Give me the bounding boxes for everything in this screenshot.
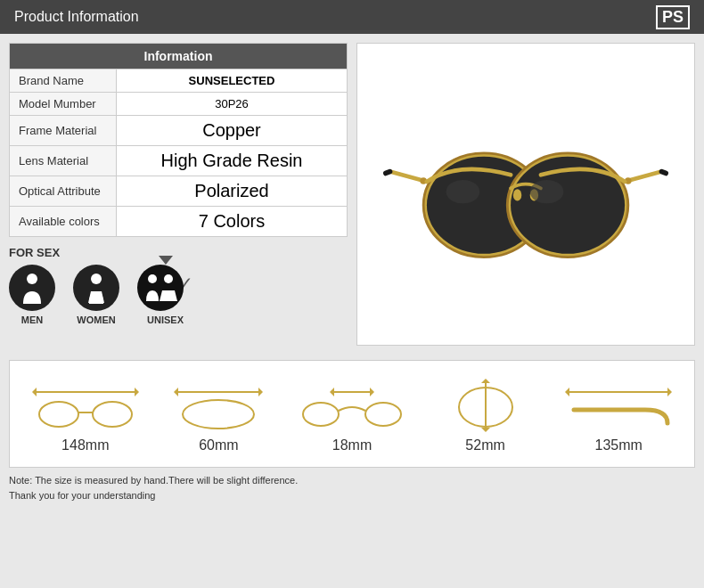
svg-marker-38 <box>565 388 569 396</box>
table-row: Frame MaterialCopper <box>10 116 348 146</box>
table-cell-label: Model Mumber <box>10 93 117 116</box>
table-row: Lens MaterialHigh Grade Resin <box>10 146 348 176</box>
table-row: Model Mumber30P26 <box>10 93 348 116</box>
table-cell-value: Copper <box>117 116 348 146</box>
note-section: Note: The size is measured by hand.There… <box>0 468 704 508</box>
svg-point-32 <box>365 403 401 426</box>
unisex-label: UNISEX <box>147 314 184 325</box>
dim-icon-lens-width <box>165 379 272 432</box>
table-cell-value: Polarized <box>117 176 348 207</box>
dim-item-bridge: 18mm <box>299 379 405 453</box>
dim-item-lens-width: 60mm <box>165 379 272 453</box>
note-line1: Note: The size is measured by hand.There… <box>9 473 695 488</box>
table-cell-label: Frame Material <box>10 116 117 146</box>
svg-marker-39 <box>667 388 672 396</box>
left-panel: Information Brand NameSUNSELECTEDModel M… <box>9 43 348 346</box>
sex-section: FOR SEX MEN <box>9 246 348 325</box>
brand-logo: PS <box>656 5 690 29</box>
svg-point-14 <box>446 180 480 203</box>
dimensions-section: 148mm 60mm <box>9 360 695 468</box>
table-cell-label: Lens Material <box>10 146 117 176</box>
info-table: Information Brand NameSUNSELECTEDModel M… <box>9 43 348 237</box>
table-cell-value: 30P26 <box>117 93 348 116</box>
dim-item-lens-height: 52mm <box>432 379 539 453</box>
table-cell-label: Optical Attribute <box>10 176 117 207</box>
svg-point-21 <box>39 402 78 427</box>
table-cell-value: 7 Colors <box>117 207 348 237</box>
svg-point-0 <box>27 274 37 284</box>
dim-icon-bridge <box>299 379 405 432</box>
svg-marker-30 <box>370 388 374 396</box>
sex-item-unisex[interactable]: ✓ UNISEX <box>137 265 193 325</box>
svg-marker-29 <box>330 388 334 396</box>
svg-line-17 <box>661 172 666 174</box>
bottom-area: 148mm 60mm <box>0 360 704 508</box>
svg-marker-26 <box>258 388 263 396</box>
sex-item-women[interactable]: WOMEN <box>73 265 119 325</box>
dim-value-lens-width: 60mm <box>199 437 238 453</box>
men-icon <box>9 265 55 311</box>
svg-point-12 <box>513 189 521 200</box>
dim-icon-arm <box>565 379 672 432</box>
table-cell-label: Brand Name <box>10 69 117 93</box>
sex-icons: MEN WOMEN <box>9 265 348 325</box>
main-content: Information Brand NameSUNSELECTEDModel M… <box>0 34 704 355</box>
dim-item-total-width: 148mm <box>32 379 139 453</box>
table-row: Optical AttributePolarized <box>10 176 348 207</box>
svg-marker-19 <box>32 388 37 396</box>
dim-icon-width <box>32 379 139 432</box>
sex-label: FOR SEX <box>9 246 348 259</box>
svg-point-15 <box>530 180 564 203</box>
svg-marker-20 <box>135 388 139 396</box>
table-cell-value: High Grade Resin <box>117 146 348 176</box>
table-row: Available colors7 Colors <box>10 207 348 237</box>
svg-line-16 <box>386 172 390 174</box>
svg-marker-35 <box>481 428 490 432</box>
unisex-icon <box>137 265 184 311</box>
svg-line-4 <box>390 172 422 180</box>
svg-point-31 <box>303 403 339 426</box>
svg-point-3 <box>164 274 173 283</box>
table-cell-value: SUNSELECTED <box>117 69 348 93</box>
product-image-panel <box>356 43 695 346</box>
table-row: Brand NameSUNSELECTED <box>10 69 348 93</box>
dim-row: 148mm 60mm <box>19 370 685 458</box>
svg-point-1 <box>91 274 102 284</box>
header: Product Information PS <box>0 0 704 34</box>
dim-value-arm: 135mm <box>594 437 642 453</box>
svg-marker-25 <box>174 388 178 396</box>
svg-line-5 <box>631 172 662 180</box>
dim-value-lens-height: 52mm <box>465 437 504 453</box>
women-icon <box>73 265 119 311</box>
svg-point-27 <box>183 400 254 429</box>
women-label: WOMEN <box>77 314 115 325</box>
table-heading: Information <box>10 44 348 69</box>
dim-value-bridge: 18mm <box>332 437 372 453</box>
note-line2: Thank you for your understanding <box>9 488 695 503</box>
dim-item-arm: 135mm <box>565 379 672 453</box>
selected-indicator <box>159 256 173 265</box>
svg-point-2 <box>148 274 157 283</box>
table-cell-label: Available colors <box>10 207 117 237</box>
dim-icon-lens-height <box>432 379 539 432</box>
page-title: Product Information <box>14 9 139 25</box>
sex-item-men[interactable]: MEN <box>9 265 55 325</box>
svg-point-22 <box>93 402 132 427</box>
men-label: MEN <box>21 314 43 325</box>
svg-marker-34 <box>481 379 490 383</box>
dim-value-width: 148mm <box>61 437 109 453</box>
sunglasses-image <box>383 105 668 283</box>
